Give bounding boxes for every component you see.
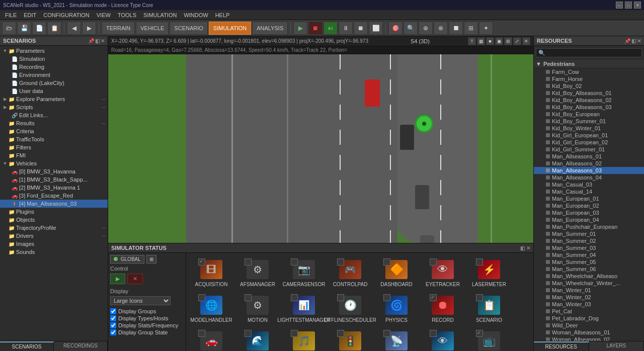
module-dashboard[interactable]: 🔶 DASHBOARD (374, 256, 419, 290)
module-afsmanager[interactable]: ⚙ AFSMANAGER (235, 256, 280, 290)
menu-edit[interactable]: EDIT (21, 11, 39, 19)
res-man-casual-14[interactable]: Man_Casual_14 (534, 188, 644, 195)
module-lasermeter[interactable]: ⚡ LASERMETER (467, 256, 511, 290)
res-man-european-01[interactable]: Man_European_01 (534, 195, 644, 202)
resources-expand-icon[interactable]: ◧ (631, 38, 636, 44)
tree-explore-params[interactable]: ▶📁 Explore Parameters ··· (0, 95, 108, 103)
res-kid-girl-summer-01[interactable]: Kid_Girl_Summer_01 (534, 146, 644, 153)
checkbox-display-types[interactable]: Display Types/Hosts (110, 315, 184, 321)
module-sound[interactable]: 🎵 SOUND (282, 327, 326, 351)
res-man-allseasons-01[interactable]: Man_Allseasons_01 (534, 153, 644, 160)
tb-open-button[interactable]: 🗁 (2, 22, 16, 35)
tb-vehicle-button[interactable]: VEHICLE (136, 22, 169, 35)
module-sensors[interactable]: 🚗 SENSORS (189, 327, 233, 351)
menu-view[interactable]: VIEW (94, 11, 114, 19)
res-man-summer-04[interactable]: Man_Summer_04 (534, 251, 644, 258)
menu-help[interactable]: HELP (212, 11, 233, 19)
checkbox-display-group-state[interactable]: Display Group State (110, 329, 184, 335)
viewport-ctrl-2[interactable]: ■ (486, 37, 494, 45)
res-man-summer-03[interactable]: Man_Summer_03 (534, 244, 644, 251)
display-select[interactable]: Large Icons Small Icons List (110, 296, 171, 305)
menu-tools[interactable]: TOOLS (115, 11, 139, 19)
tb-zoomin-button[interactable]: ⊕ (419, 22, 433, 35)
module-eyetracker[interactable]: 👁 EYETRACKER (421, 256, 465, 290)
tree-criteria[interactable]: 📁 Criteria (0, 127, 108, 135)
res-man-summer-05[interactable]: Man_Summer_05 (534, 258, 644, 266)
tb-zoom-button[interactable]: 🔍 (404, 22, 418, 35)
menu-window[interactable]: WINDOW (181, 11, 211, 19)
tb-stop2-button[interactable]: ⏹ (354, 22, 368, 35)
tree-objects[interactable]: 📁 Objects (0, 216, 108, 224)
res-man-european-04[interactable]: Man_European_04 (534, 216, 644, 223)
res-wild-deer[interactable]: Wild_Deer (534, 322, 644, 329)
menu-simulation[interactable]: SIMULATION (140, 11, 180, 19)
tree-scripts[interactable]: ▶📁 Scripts ··· (0, 103, 108, 111)
tree-traffictools[interactable]: 📁 TrafficTools (0, 135, 108, 143)
res-man-wheelchair-winter[interactable]: Man_Wheelchair_Winter_... (534, 280, 644, 287)
res-man-winter-01[interactable]: Man_Winter_01 (534, 287, 644, 294)
tb-new-button[interactable]: 📄 (32, 22, 46, 35)
tree-environment[interactable]: 📄Environment (0, 71, 108, 79)
module-controlpad[interactable]: 🎮 CONTROLPAD (328, 256, 372, 290)
tree-images[interactable]: 📁 Images (0, 240, 108, 248)
res-man-allseasons-03[interactable]: Man_Allseasons_03 (534, 167, 644, 174)
res-man-european-02[interactable]: Man_European_02 (534, 202, 644, 209)
tb-frame-button[interactable]: 🔲 (449, 22, 463, 35)
module-modelhandler[interactable]: 🌐 MODELHANDLER (189, 292, 233, 325)
menu-file[interactable]: FILE (2, 11, 20, 19)
tree-trajectory[interactable]: 📁 TrajectoryProfile ··· (0, 224, 108, 232)
tb-star-button[interactable]: ✦ (479, 22, 493, 35)
tree-edit-links[interactable]: 🔗Edit Links... (0, 111, 108, 119)
module-scenario[interactable]: 📋 SCENARIO (467, 292, 511, 325)
panel-icon-close[interactable]: ✕ (101, 38, 105, 44)
res-kid-boy-european[interactable]: Kid_Boy_European (534, 111, 644, 118)
tree-bmw-black[interactable]: 🚗[1] BMW_S3_Black_Sapp... (0, 176, 108, 184)
tb-stop-button[interactable]: ⏹ (308, 22, 323, 35)
tree-ford-escape[interactable]: 🚗[3] Ford_Escape_Red (0, 192, 108, 200)
res-man-winter-02[interactable]: Man_Winter_02 (534, 294, 644, 301)
global-extra[interactable]: ⊞ (146, 255, 156, 264)
res-man-wheelchair-allseaso[interactable]: Man_Wheelchair_Allseaso (534, 273, 644, 280)
res-man-summer-01[interactable]: Man_Summer_01 (534, 230, 644, 237)
tab-scenarios[interactable]: SCENARIOS (0, 341, 54, 351)
module-camerasensor[interactable]: 📷 CAMERASENSOR (282, 256, 326, 290)
viewport-ctrl-3[interactable]: ▣ (495, 37, 503, 45)
res-woman-allseasons-01[interactable]: Woman_Allseasons_01 (534, 329, 644, 336)
tb-terrain-button[interactable]: TERRAIN (102, 22, 135, 35)
res-kid-boy-summer-01[interactable]: Kid_Boy_Summer_01 (534, 118, 644, 125)
tb-prev-button[interactable]: ◀ (67, 22, 81, 35)
tree-ground[interactable]: 📄Ground (LakeCity) (0, 79, 108, 87)
tb-grid-button[interactable]: ⊞ (464, 22, 478, 35)
tree-drivers[interactable]: 📁 Drivers ··· (0, 232, 108, 240)
res-man-pushchair-european[interactable]: Man_Pushchair_European (534, 223, 644, 230)
tree-bmw-havanna2[interactable]: 🚗[2] BMW_S3_Havanna 1 (0, 184, 108, 192)
res-kid-girl-european-01[interactable]: Kid_Girl_European_01 (534, 132, 644, 139)
resources-close-icon[interactable]: ✕ (637, 38, 641, 44)
tb-simulation-button[interactable]: SIMULATION (209, 22, 251, 35)
res-kid-boy-02[interactable]: Kid_Boy_02 (534, 82, 644, 90)
tree-parameters[interactable]: ▼📁 Parameters (0, 47, 108, 55)
res-man-summer-06[interactable]: Man_Summer_06 (534, 266, 644, 273)
tree-man-allseasons[interactable]: 🚶[4] Man_Allseasons_03 (0, 200, 108, 208)
res-man-european-03[interactable]: Man_European_03 (534, 209, 644, 216)
checkbox-display-stats[interactable]: Display Stats/Frequency (110, 322, 184, 328)
viewport-ctrl-close[interactable]: ✕ (522, 37, 530, 45)
res-man-summer-02[interactable]: Man_Summer_02 (534, 237, 644, 244)
module-sensorsose[interactable]: 🌊 SENSORSOSE (235, 327, 280, 351)
res-pet-labrador[interactable]: Pet_Labrador_Dog (534, 315, 644, 322)
viewport-ctrl-1[interactable]: ▦ (477, 37, 485, 45)
tb-next-button[interactable]: ▶ (82, 22, 96, 35)
tb-copy-button[interactable]: 📋 (47, 22, 61, 35)
global-indicator[interactable]: GLOBAL (110, 255, 144, 264)
res-kid-girl-european-02[interactable]: Kid_Girl_European_02 (534, 139, 644, 146)
tab-layers[interactable]: LAYERS (589, 341, 645, 351)
res-pet-cat[interactable]: Pet_Cat (534, 308, 644, 315)
tab-recordings[interactable]: RECORDINGS (54, 341, 108, 351)
tb-play-button[interactable]: ▶ (293, 22, 307, 35)
tree-recording[interactable]: 📄Recording (0, 63, 108, 71)
module-physics[interactable]: 🌀 PHYSICS (374, 292, 419, 325)
maximize-button[interactable]: □ (625, 2, 632, 9)
tb-save-button[interactable]: 💾 (17, 22, 31, 35)
tree-filters[interactable]: 📁 Filters (0, 143, 108, 151)
resources-pin-icon[interactable]: 📌 (624, 38, 630, 44)
